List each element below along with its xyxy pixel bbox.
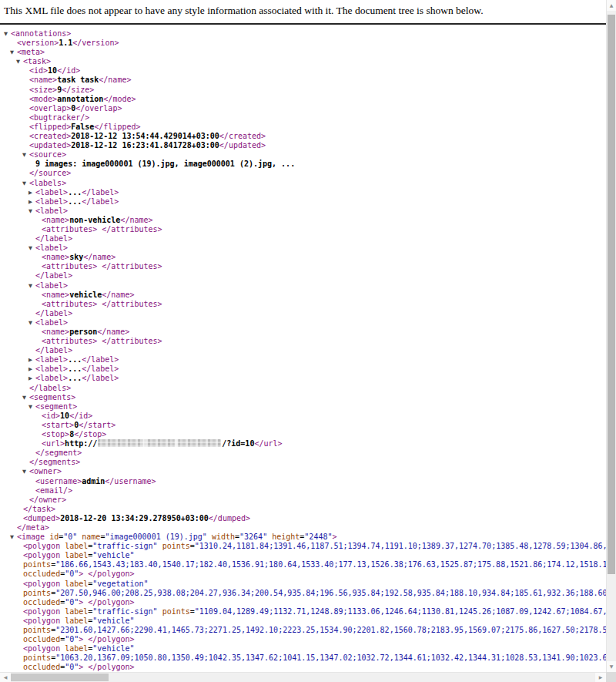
xml-token-text: person xyxy=(69,328,97,336)
expand-arrow-icon[interactable]: ▶ xyxy=(28,374,35,383)
collapse-arrow-icon[interactable]: ▼ xyxy=(22,179,28,188)
xml-token-val: "0" xyxy=(65,598,79,606)
xml-token-tag: </start> xyxy=(79,421,116,429)
collapsed-content-ellipsis[interactable]: ... xyxy=(68,355,82,364)
xml-line: <attributes> </attributes> xyxy=(0,337,606,346)
collapse-arrow-icon[interactable]: ▼ xyxy=(28,244,35,253)
xml-line: ▼<labels> xyxy=(0,179,606,188)
xml-line: occluded="0"> </polygon> xyxy=(0,635,606,644)
expand-arrow-icon[interactable]: ▶ xyxy=(28,365,35,374)
collapse-arrow-icon[interactable]: ▼ xyxy=(16,57,22,66)
collapsed-content-ellipsis[interactable]: ... xyxy=(68,197,82,206)
xml-token-tag: <updated> xyxy=(29,141,71,150)
collapse-arrow-icon[interactable]: ▼ xyxy=(28,207,35,216)
xml-token-val: "2448" xyxy=(304,532,332,541)
scroll-left-arrow-icon[interactable]: ◀ xyxy=(0,673,11,682)
collapsed-content-ellipsis[interactable]: ... xyxy=(68,374,82,382)
horizontal-scrollbar[interactable]: ◀ ▶ xyxy=(0,672,606,682)
xml-line: </label> xyxy=(0,309,606,318)
scroll-right-arrow-icon[interactable]: ▶ xyxy=(595,673,606,682)
xml-token-text: /?id=10 xyxy=(222,439,254,448)
xml-line: </meta> xyxy=(0,523,606,532)
xml-line: </owner> xyxy=(0,496,606,505)
xml-token-text: 2018-12-12 16:23:41.841728+03:00 xyxy=(71,141,219,150)
xml-token-tag: </label> xyxy=(35,234,72,243)
xml-token-tag: </attributes> xyxy=(102,337,162,345)
xml-line: ▶<label>...</label> xyxy=(0,374,606,383)
xml-token-val: "0" xyxy=(65,569,79,578)
xml-token-tag: <dumped> xyxy=(23,514,60,522)
collapse-arrow-icon[interactable]: ▼ xyxy=(10,532,16,542)
xml-token-attr: points xyxy=(158,607,190,616)
xml-token-tag: <polygon xyxy=(23,580,60,588)
collapsed-content-ellipsis[interactable]: ... xyxy=(68,188,82,197)
collapse-arrow-icon[interactable]: ▼ xyxy=(28,318,35,328)
collapse-arrow-icon[interactable]: ▼ xyxy=(22,150,28,160)
xml-token-tag: <flipped> xyxy=(29,123,71,131)
expand-arrow-icon[interactable]: ▶ xyxy=(28,355,35,365)
xml-line: points="1063.20,1367.09;1050.80,1350.49;… xyxy=(0,653,606,663)
xml-line: ▼<label> xyxy=(0,318,606,328)
xml-token-tag: <mode> xyxy=(29,95,57,103)
collapse-arrow-icon[interactable]: ▼ xyxy=(22,393,28,402)
xml-token-val: "1109.04,1289.49;1132.71,1248.89;1133.06… xyxy=(195,607,606,616)
xml-token-tag: > xyxy=(332,532,336,541)
expand-arrow-icon[interactable]: ▶ xyxy=(28,188,35,197)
xml-token-text: 2018-12-12 13:54:44.429014+03:00 xyxy=(71,132,219,140)
collapse-arrow-icon[interactable]: ▼ xyxy=(4,29,10,39)
collapse-arrow-icon[interactable]: ▼ xyxy=(10,48,16,57)
xml-token-text: 10 xyxy=(48,66,57,75)
xml-token-tag: <name> xyxy=(42,291,69,299)
xml-token-tag: <email/> xyxy=(35,486,72,495)
xml-viewer-page: { "header": { "message": "This XML file … xyxy=(0,0,616,682)
xml-line: ▼<segment> xyxy=(0,402,606,412)
xml-token-tag: </id> xyxy=(57,66,80,75)
xml-line: </label> xyxy=(0,346,606,355)
xml-token-tag: </polygon> xyxy=(88,663,134,671)
xml-token-attr: label xyxy=(60,580,88,588)
horizontal-scrollbar-thumb[interactable] xyxy=(11,674,109,681)
xml-line: ▼<meta> xyxy=(0,48,606,57)
xml-token-attr: points xyxy=(158,542,190,550)
xml-token-attr: label xyxy=(60,607,88,616)
xml-line: <name>non-vehicle</name> xyxy=(0,216,606,225)
collapsed-content-ellipsis[interactable]: ... xyxy=(68,365,82,373)
xml-line: <url>http:///?id=10</url> xyxy=(0,439,606,449)
xml-token-tag: <owner> xyxy=(29,467,62,475)
xml-line: <updated>2018-12-12 16:23:41.841728+03:0… xyxy=(0,141,606,150)
xml-token-attr: points xyxy=(23,626,51,634)
xml-token-tag: </label> xyxy=(82,355,119,364)
xml-line: <polygon label="vehicle" xyxy=(0,551,606,560)
collapse-arrow-icon[interactable]: ▼ xyxy=(28,281,35,291)
censored-url-blur xyxy=(98,439,221,447)
xml-token-val: "vegetation" xyxy=(92,580,148,588)
xml-token-tag: <name> xyxy=(42,216,69,224)
xml-token-text: False xyxy=(71,123,94,131)
xml-token-tag: </polygon> xyxy=(88,635,134,643)
scroll-up-arrow-icon[interactable]: ▲ xyxy=(607,0,616,11)
xml-token-tag: </label> xyxy=(82,365,119,373)
collapse-arrow-icon[interactable]: ▼ xyxy=(22,467,28,476)
xml-token-tag: </dumped> xyxy=(209,514,250,522)
xml-line: <mode>annotation</mode> xyxy=(0,95,606,104)
xml-token-text: task task xyxy=(57,76,99,84)
expand-arrow-icon[interactable]: ▶ xyxy=(28,197,35,207)
xml-line: occluded="0"> </polygon> xyxy=(0,663,606,672)
xml-token-tag: </attributes> xyxy=(102,262,162,270)
xml-token-attr: occluded xyxy=(23,598,60,606)
xml-token-tag: </stop> xyxy=(74,430,106,438)
xml-token-tag: </label> xyxy=(35,309,72,317)
vertical-scrollbar-thumb[interactable] xyxy=(608,15,615,574)
xml-token-tag: </label> xyxy=(82,374,119,382)
xml-token-tag: </polygon> xyxy=(88,569,134,578)
xml-token-text: 10 xyxy=(60,412,69,420)
xml-line: <email/> xyxy=(0,486,606,496)
xml-token-attr: width xyxy=(207,532,235,541)
xml-token-tag: </owner> xyxy=(29,496,66,504)
scroll-down-arrow-icon[interactable]: ▼ xyxy=(607,661,616,672)
xml-token-tag: <id> xyxy=(29,66,48,75)
xml-token-tag: <attributes> xyxy=(42,262,97,270)
xml-token-tag: <polygon xyxy=(23,644,60,653)
vertical-scrollbar[interactable]: ▲ ▼ xyxy=(606,0,616,672)
collapse-arrow-icon[interactable]: ▼ xyxy=(28,402,35,412)
